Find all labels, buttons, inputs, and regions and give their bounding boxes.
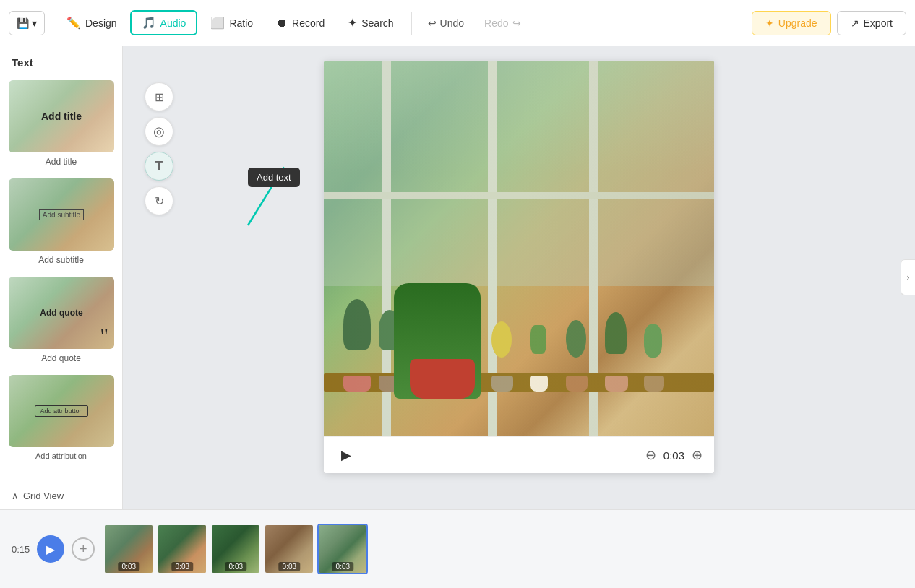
text-item-subtitle[interactable]: Add subtitle Add subtitle [9,178,113,265]
pot-8 [605,376,628,392]
grid-view-toggle[interactable]: ∧ Grid View [0,483,122,509]
plant-1 [343,299,371,350]
upgrade-button[interactable]: ✦ Upgrade [752,11,831,35]
search-icon: ✦ [348,16,357,30]
grid-view-label: Grid View [23,490,64,501]
toolbar-divider [411,12,412,35]
text-tool-button[interactable]: T [145,152,173,181]
save-button[interactable]: 💾 ▾ [9,11,45,35]
filmstrip-area: 0:15 ▶ + 0:03 0:03 0:03 [0,509,915,588]
left-panel: Text Add title Add title Add subtitle [0,46,123,509]
animation-tool-button[interactable]: ↻ [145,186,173,215]
filmstrip-add-button[interactable]: + [72,537,95,561]
upgrade-label: Upgrade [778,17,817,29]
text-item-quote[interactable]: Add quote " Add quote [9,277,113,363]
layout-tool-button[interactable]: ⊞ [145,82,173,111]
panel-scroll[interactable]: Add title Add title Add subtitle Add sub… [0,74,122,483]
filmstrip-clips: 0:03 0:03 0:03 0:03 0:03 [103,524,368,574]
main-area: Text Add title Add title Add subtitle [0,46,915,509]
canvas-play-button[interactable]: ▶ [335,444,357,466]
clip-2[interactable]: 0:03 [157,524,207,574]
filmstrip-add-icon: + [80,542,87,557]
export-label: Export [864,17,893,29]
redo-icon: ↪ [512,17,521,29]
pot-7 [566,376,588,392]
clip-5[interactable]: 0:03 [317,524,368,574]
plant-5 [491,321,512,358]
redo-button[interactable]: Redo ↪ [476,13,529,33]
canvas-container: ▶ ⊖ 0:03 ⊕ [324,61,714,473]
tooltip-text: Add text [257,172,291,183]
preview-attribution-text: Add attr button [35,405,87,417]
text-item-attribution-preview: Add attr button [9,375,114,447]
toolbar: 💾 ▾ ✏️ Design 🎵 Audio ⬜ Ratio ⏺ Record ✦… [0,0,915,46]
foreground-pot [410,359,475,399]
design-label: Design [85,17,117,29]
clip-2-duration: 0:03 [172,562,193,571]
text-item-quote-label: Add quote [9,353,113,363]
color-icon: ◎ [153,124,165,139]
panel-header: Text [0,46,122,74]
export-button[interactable]: ↗ Export [837,11,906,35]
text-item-attribution[interactable]: Add attr button Add attribution [9,375,113,460]
plant-7 [566,320,586,358]
search-label: Search [361,17,393,29]
filmstrip-controls: 0:15 ▶ + [12,535,95,563]
design-button[interactable]: ✏️ Design [56,12,127,34]
text-item-title[interactable]: Add title Add title [9,80,113,167]
time-increase-button[interactable]: ⊕ [692,447,703,463]
record-label: Record [292,17,325,29]
time-decrease-button[interactable]: ⊖ [645,447,656,463]
pot-1 [343,376,371,392]
upgrade-star-icon: ✦ [765,17,774,29]
play-icon: ▶ [341,448,351,462]
design-icon: ✏️ [66,16,81,30]
clip-3[interactable]: 0:03 [210,524,261,574]
record-button[interactable]: ⏺ Record [266,12,335,34]
save-dropdown-icon: ▾ [32,17,37,29]
text-item-subtitle-label: Add subtitle [9,255,113,265]
preview-quote-text: Add quote [40,308,82,318]
color-tool-button[interactable]: ◎ [145,117,173,146]
plant-8 [605,312,627,354]
clip-5-duration: 0:03 [332,562,353,571]
clip-4[interactable]: 0:03 [264,524,314,574]
window-hline-1 [324,192,714,199]
pot-9 [644,376,664,392]
clip-1-duration: 0:03 [119,562,139,571]
toolbar-right: ✦ Upgrade ↗ Export [752,11,906,35]
toolbar-left: 💾 ▾ [9,11,45,35]
right-panel-collapse-button[interactable]: › [901,259,915,295]
ratio-icon: ⬜ [210,16,225,30]
canvas-wrapper: Add text [324,61,714,473]
export-icon: ↗ [851,17,859,29]
ratio-label: Ratio [229,17,253,29]
preview-quote-mark: " [100,326,108,346]
svg-line-0 [248,173,280,225]
preview-subtitle-text: Add subtitle [39,209,84,220]
chevron-right-icon: › [907,272,910,282]
filmstrip-play-icon: ▶ [46,542,55,556]
text-item-title-label: Add title [9,157,113,167]
filmstrip-play-button[interactable]: ▶ [37,535,64,563]
ratio-button[interactable]: ⬜ Ratio [200,12,263,34]
time-display: 0:03 [663,449,684,462]
redo-label: Redo [484,17,508,29]
preview-title-text: Add title [41,111,82,122]
chevron-up-icon: ∧ [12,490,19,501]
tooltip-box: Add text [248,168,300,187]
plant-9 [644,324,662,358]
filmstrip-time: 0:15 [12,544,30,555]
plant-6 [530,325,546,354]
undo-button[interactable]: ↩ Undo [419,13,473,33]
clip-3-duration: 0:03 [225,562,246,571]
audio-button[interactable]: 🎵 Audio [130,10,198,35]
undo-icon: ↩ [428,17,437,29]
search-button[interactable]: ✦ Search [338,12,403,34]
clip-1[interactable]: 0:03 [103,524,154,574]
text-item-attribution-label: Add attribution [9,451,113,460]
preview-bg-attribution: Add attr button [9,375,114,447]
preview-bg-quote: Add quote " [9,277,114,349]
undo-redo-group: ↩ Undo Redo ↪ [419,13,530,33]
audio-label: Audio [160,17,186,29]
